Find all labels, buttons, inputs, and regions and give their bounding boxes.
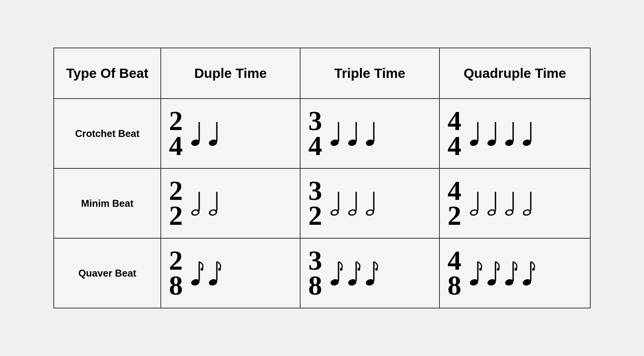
label-cell-minim: Minim Beat	[54, 169, 161, 238]
time-sig-top: 2	[169, 109, 183, 134]
svg-point-62	[479, 268, 482, 271]
quaver-duple-cell: 2 8	[161, 239, 301, 308]
time-sig-4-8: 4 8	[447, 248, 461, 298]
quaver-label: Quaver Beat	[78, 268, 136, 279]
svg-point-65	[497, 268, 500, 271]
time-sig-4-2: 4 2	[447, 178, 461, 228]
half-note-8	[504, 188, 518, 219]
eighth-note-8	[504, 258, 518, 288]
quarter-note-4	[347, 118, 361, 149]
time-sig-2-4: 2 4	[169, 109, 183, 158]
minim-duple-cell: 2 2	[161, 169, 301, 238]
eighth-note-9	[522, 258, 536, 288]
half-note-7	[487, 188, 500, 219]
svg-point-71	[532, 268, 535, 271]
time-sig-3-8: 3 8	[308, 248, 322, 298]
eighth-note-2	[208, 258, 222, 288]
time-sig-3-2: 3 2	[308, 178, 322, 228]
header-cell-quadruple: Quadruple Time	[440, 48, 590, 98]
quarter-note-1	[190, 118, 204, 149]
quarter-note-5	[365, 118, 379, 149]
minim-triple-cell: 3 2	[301, 169, 440, 238]
svg-point-47	[201, 268, 203, 271]
svg-point-50	[218, 268, 221, 271]
eighth-note-4	[347, 258, 361, 288]
crotchet-duple-cell: 2 4	[161, 99, 301, 168]
quarter-note-2	[208, 118, 222, 149]
time-sig-2-8: 2 8	[169, 248, 183, 298]
music-table: Type Of Beat Duple Time Triple Time Quad…	[53, 48, 591, 308]
crotchet-quadruple-cell: 4 4	[440, 99, 590, 168]
quaver-quadruple-cell: 4 8	[440, 239, 590, 308]
svg-point-53	[340, 268, 343, 271]
header-quadruple-time: Quadruple Time	[464, 66, 566, 81]
half-note-5	[365, 188, 379, 219]
time-sig-bot: 4	[169, 134, 183, 158]
svg-point-56	[358, 268, 360, 271]
header-triple-time: Triple Time	[334, 66, 405, 81]
half-note-4	[347, 188, 361, 219]
svg-point-68	[515, 268, 517, 271]
half-note-9	[522, 188, 536, 219]
table-header-row: Type Of Beat Duple Time Triple Time Quad…	[54, 48, 590, 99]
eighth-note-7	[487, 258, 500, 288]
time-sig-4-4: 4 4	[447, 109, 461, 158]
half-note-2	[208, 188, 222, 219]
crotchet-triple-cell: 3 4	[301, 99, 440, 168]
label-cell-quaver: Quaver Beat	[54, 239, 161, 308]
crotchet-label: Crotchet Beat	[75, 128, 140, 139]
minim-label: Minim Beat	[81, 198, 134, 209]
eighth-note-6	[469, 258, 483, 288]
half-note-1	[190, 188, 204, 219]
quarter-note-9	[522, 118, 536, 149]
eighth-note-1	[190, 258, 204, 288]
header-cell-type: Type Of Beat	[54, 48, 161, 98]
table-row-crotchet: Crotchet Beat 2 4 3 4	[54, 99, 590, 169]
quarter-note-3	[330, 118, 343, 149]
time-sig-2-2: 2 2	[169, 178, 183, 228]
quarter-note-6	[469, 118, 483, 149]
header-cell-triple: Triple Time	[301, 48, 440, 98]
svg-point-59	[375, 268, 378, 271]
header-cell-duple: Duple Time	[161, 48, 301, 98]
eighth-note-5	[365, 258, 379, 288]
header-type-of-beat: Type Of Beat	[66, 66, 148, 81]
table-row-quaver: Quaver Beat 2 8 3 8	[54, 239, 590, 308]
time-sig-3-4: 3 4	[308, 109, 322, 158]
header-duple-time: Duple Time	[194, 66, 267, 81]
minim-quadruple-cell: 4 2	[440, 169, 590, 238]
half-note-3	[330, 188, 343, 219]
quaver-triple-cell: 3 8	[301, 239, 440, 308]
quarter-note-7	[487, 118, 500, 149]
eighth-note-3	[330, 258, 343, 288]
label-cell-crotchet: Crotchet Beat	[54, 99, 161, 168]
half-note-6	[469, 188, 483, 219]
quarter-note-8	[504, 118, 518, 149]
table-row-minim: Minim Beat 2 2 3 2	[54, 169, 590, 239]
